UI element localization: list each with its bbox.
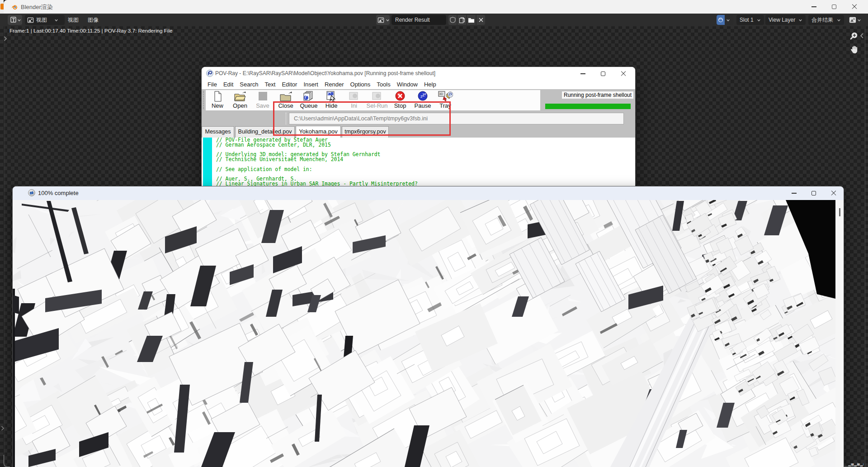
svg-text:3D: 3D	[439, 92, 443, 95]
svg-text:z: z	[425, 92, 426, 96]
